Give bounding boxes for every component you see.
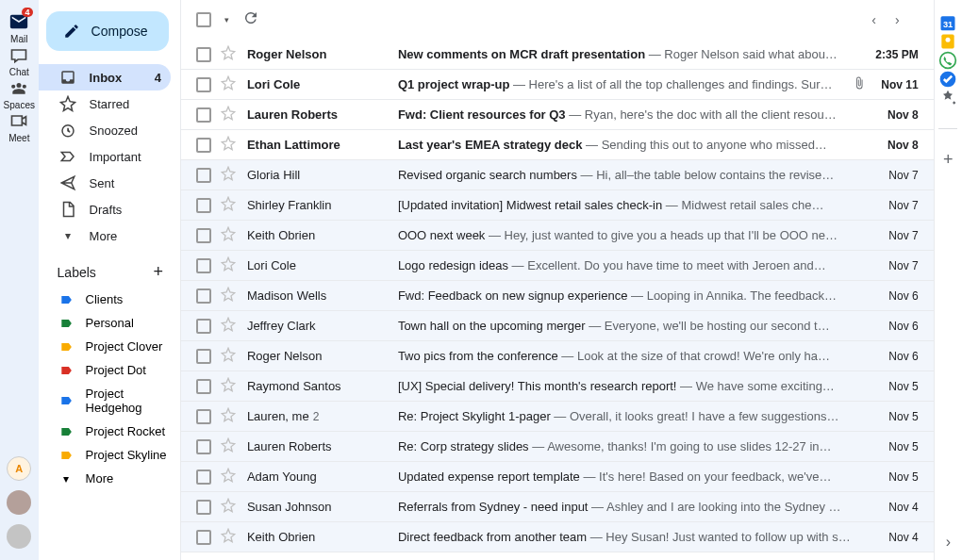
date: Nov 5 [868, 440, 919, 453]
next-page-button[interactable]: › [895, 12, 900, 27]
keep-icon[interactable] [938, 32, 957, 51]
row-checkbox[interactable] [196, 379, 211, 394]
label-item[interactable]: Personal [39, 311, 180, 335]
message-row[interactable]: Lori Cole Q1 project wrap-up — Here's a … [181, 70, 934, 100]
message-row[interactable]: Gloria Hill Revised organic search numbe… [181, 160, 934, 190]
message-row[interactable]: Lauren Roberts Re: Corp strategy slides … [181, 432, 934, 462]
contacts-icon[interactable] [938, 51, 957, 70]
add-label-button[interactable]: + [153, 262, 163, 282]
snippet: — Everyone, we'll be hosting our second … [586, 319, 830, 333]
label-item[interactable]: Project Clover [39, 335, 180, 358]
label-item[interactable]: Project Rocket [39, 420, 180, 443]
message-row[interactable]: Susan Johnson Referrals from Sydney - ne… [181, 492, 934, 522]
star-button[interactable] [221, 528, 236, 546]
star-button[interactable] [221, 136, 236, 154]
star-button[interactable] [221, 45, 236, 63]
addon-icon[interactable] [938, 89, 957, 107]
sidebar-item-starred[interactable]: Starred [39, 91, 171, 117]
star-button[interactable] [221, 226, 236, 244]
label-item[interactable]: Project Skyline [39, 443, 180, 467]
label-item[interactable]: Clients [39, 288, 180, 311]
rail-item-mail[interactable]: Mail4 [4, 11, 35, 44]
message-row[interactable]: Keith Obrien Direct feedback from anothe… [181, 522, 934, 552]
row-checkbox[interactable] [196, 107, 211, 123]
row-checkbox[interactable] [196, 228, 211, 243]
star-button[interactable] [221, 407, 236, 425]
message-row[interactable]: Raymond Santos [UX] Special delivery! Th… [181, 371, 934, 402]
star-button[interactable] [221, 106, 236, 124]
avatar[interactable] [7, 490, 31, 515]
row-checkbox[interactable] [196, 500, 211, 515]
row-checkbox[interactable] [196, 469, 211, 485]
collapse-panel-button[interactable]: › [946, 534, 951, 551]
calendar-icon[interactable]: 31 [938, 13, 957, 32]
message-row[interactable]: Keith Obrien OOO next week — Hey, just w… [181, 221, 934, 251]
row-checkbox[interactable] [196, 138, 211, 153]
label-item[interactable]: ▾More [39, 467, 180, 490]
message-row[interactable]: Ethan Lattimore Last year's EMEA strateg… [181, 130, 934, 160]
compose-button[interactable]: Compose [46, 11, 169, 51]
rail-item-meet[interactable]: Meet [4, 110, 35, 143]
star-button[interactable] [221, 287, 236, 305]
row-checkbox[interactable] [196, 47, 211, 62]
message-row[interactable]: Madison Wells Fwd: Feedback on new signu… [181, 281, 934, 311]
star-button[interactable] [221, 256, 236, 274]
star-button[interactable] [221, 196, 236, 214]
row-checkbox[interactable] [196, 349, 211, 364]
row-checkbox[interactable] [196, 530, 211, 545]
refresh-button[interactable] [242, 9, 259, 30]
message-row[interactable]: Roger Nelson Two pics from the conferenc… [181, 341, 934, 371]
subject: Town hall on the upcoming merger [398, 319, 586, 333]
select-all-checkbox[interactable] [196, 12, 211, 27]
select-all-menu[interactable]: ▾ [224, 15, 229, 25]
star-button[interactable] [221, 468, 236, 486]
rail-item-spaces[interactable]: Spaces [4, 77, 35, 110]
row-checkbox[interactable] [196, 319, 211, 334]
star-button[interactable] [221, 347, 236, 365]
row-checkbox[interactable] [196, 77, 211, 92]
row-checkbox[interactable] [196, 409, 211, 424]
avatar[interactable]: A [7, 456, 31, 481]
star-button[interactable] [221, 377, 236, 395]
sidebar-item-inbox[interactable]: Inbox4 [39, 64, 171, 91]
tasks-icon[interactable] [938, 70, 957, 89]
star-button[interactable] [221, 166, 236, 184]
label-item[interactable]: Project Dot [39, 358, 180, 382]
rail-item-chat[interactable]: Chat [4, 44, 35, 77]
prev-page-button[interactable]: ‹ [871, 12, 876, 27]
row-checkbox[interactable] [196, 258, 211, 273]
message-content: [UX] Special delivery! This month's rese… [398, 379, 851, 393]
star-button[interactable] [221, 75, 236, 93]
star-button[interactable] [221, 437, 236, 455]
sidebar-item-snoozed[interactable]: Snoozed [39, 117, 171, 143]
star-button[interactable] [221, 498, 236, 516]
message-row[interactable]: Roger Nelson New comments on MCR draft p… [181, 40, 934, 70]
avatar[interactable] [7, 524, 31, 549]
snippet: — Overall, it looks great! I have a few … [551, 409, 839, 423]
message-row[interactable]: Shirley Franklin [Updated invitation] Mi… [181, 190, 934, 221]
message-row[interactable]: Lauren, me2 Re: Project Skylight 1-pager… [181, 402, 934, 432]
message-content: Revised organic search numbers — Hi, all… [398, 168, 851, 182]
label-item[interactable]: Project Hedgehog [39, 382, 180, 420]
add-addon-button[interactable]: + [938, 150, 957, 169]
row-checkbox[interactable] [196, 168, 211, 183]
message-row[interactable]: Lori Cole Logo redesign ideas — Excellen… [181, 251, 934, 281]
message-row[interactable]: Lauren Roberts Fwd: Client resources for… [181, 100, 934, 130]
sender: Lauren Roberts [247, 107, 398, 122]
row-checkbox[interactable] [196, 198, 211, 213]
sender: Keith Obrien [247, 228, 398, 242]
pager: ‹ › [871, 12, 918, 27]
row-checkbox[interactable] [196, 439, 211, 454]
star-button[interactable] [221, 317, 236, 335]
row-checkbox[interactable] [196, 288, 211, 304]
sidebar-item-important[interactable]: Important [39, 143, 171, 170]
message-content: Two pics from the conference — Look at t… [398, 349, 851, 363]
sidebar-item-drafts[interactable]: Drafts [39, 196, 171, 222]
message-row[interactable]: Adam Young Updated expense report templa… [181, 462, 934, 492]
message-row[interactable]: Jeffrey Clark Town hall on the upcoming … [181, 311, 934, 341]
sidebar-item-sent[interactable]: Sent [39, 170, 171, 196]
subject: OOO next week [398, 228, 485, 242]
nav-label: Important [90, 150, 141, 164]
rail-label: Meet [8, 133, 29, 143]
sidebar-item-more[interactable]: ▾More [39, 222, 171, 249]
